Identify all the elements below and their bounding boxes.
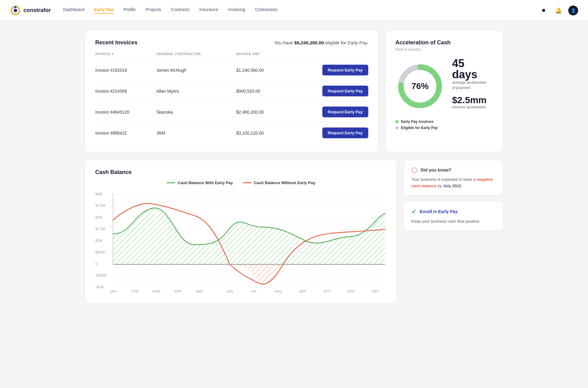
svg-text:JUN: JUN (226, 289, 233, 293)
check-icon: ✔ (411, 208, 417, 215)
nav-link-contracts[interactable]: Contracts (171, 7, 190, 14)
svg-text:$1.5M: $1.5M (95, 227, 105, 231)
logo[interactable]: constrafor (10, 5, 51, 16)
stat-days-desc: average accelerationof payment (452, 80, 493, 91)
svg-text:-$500K: -$500K (95, 273, 107, 277)
invoice-gc: James McHugh (156, 60, 236, 81)
avatar[interactable]: 👤 (568, 6, 578, 15)
invoice-amount: $1,240,560.00 (236, 60, 286, 81)
enroll-card: ✔ Enroll in Early Pay Keep your business… (404, 202, 503, 231)
svg-text:$2M: $2M (95, 215, 102, 219)
chart-area: $3M $2.5M $2M $1.5M $1M $500K 0 -$500K -… (95, 190, 387, 295)
legend-green: Cash Balance With Early Pay (167, 180, 233, 185)
invoice-row-0: Invoice #192019 James McHugh $1,240,560.… (95, 60, 368, 81)
nav-link-projects[interactable]: Projects (145, 7, 161, 14)
legend-early-pay-label: Early Pay Invoices (401, 119, 433, 124)
legend-early-pay: Early Pay Invoices (395, 119, 493, 124)
donut-label: 76% (411, 81, 429, 91)
svg-text:OCT: OCT (323, 289, 330, 293)
did-you-know-text: Your business is expected to have a nega… (411, 176, 495, 189)
side-panel: ◯ Did you know? Your business is expecte… (404, 160, 503, 231)
svg-text:$2.5M: $2.5M (95, 204, 105, 207)
enroll-title: Enroll in Early Pay (420, 209, 458, 214)
chart-legend: Cash Balance With Early Pay Cash Balance… (95, 180, 387, 185)
main-content: Recent Invoices You have $6,240,200.00 e… (71, 21, 517, 313)
invoice-btn-cell: Request Early Pay (286, 60, 368, 81)
notifications-icon[interactable]: 🔔 (553, 6, 563, 15)
logo-text: constrafor (23, 7, 51, 14)
invoice-btn-cell: Request Early Pay (286, 81, 368, 102)
cash-title: Cash Balance (95, 169, 387, 176)
invoice-btn-cell: Request Early Pay (286, 102, 368, 123)
svg-text:NOV: NOV (347, 289, 355, 293)
donut-chart: 76% (395, 62, 445, 111)
svg-text:MAR: MAR (153, 289, 161, 293)
did-you-know-card: ◯ Did you know? Your business is expecte… (404, 160, 503, 196)
legend-eligible: Eligible for Early Pay (395, 126, 493, 130)
messages-icon[interactable]: ■ (539, 6, 549, 15)
svg-text:$1M: $1M (95, 239, 102, 242)
nav-link-insurance[interactable]: Insurance (199, 7, 218, 14)
col-gc: GENERAL CONTRACTOR (156, 52, 236, 60)
nav-link-dashboard[interactable]: Dashboard (63, 7, 84, 14)
svg-point-3 (14, 6, 17, 8)
clock-icon: ◯ (411, 167, 418, 173)
nav-link-invoicing[interactable]: Invoicing (228, 7, 245, 14)
enroll-header: ✔ Enroll in Early Pay (411, 208, 495, 215)
logo-icon (10, 5, 21, 16)
invoice-gc: JRM (156, 123, 236, 143)
legend-green-label: Cash Balance With Early Pay (178, 180, 233, 185)
invoices-card: Recent Invoices You have $6,240,200.00 e… (85, 31, 378, 152)
request-early-pay-btn[interactable]: Request Early Pay (322, 65, 368, 75)
invoice-btn-cell: Request Early Pay (286, 123, 368, 143)
invoice-row-1: Invoice #214568 Allan Myers $900,520.00 … (95, 81, 368, 102)
legend-red-label: Cash Balance Without Early Pay (254, 180, 315, 185)
green-line-sample (167, 182, 175, 183)
stat-amount-desc: invoices accelerated (452, 105, 493, 110)
invoices-title: Recent Invoices (95, 39, 137, 46)
stat-days: 45 days (452, 58, 493, 80)
invoice-num: Invoice #214568 (95, 81, 156, 102)
did-you-know-header: ◯ Did you know? (411, 167, 495, 173)
red-line-sample (243, 182, 251, 183)
eligible-text: You have $6,240,200.00 eligible for Earl… (274, 40, 368, 45)
svg-point-2 (14, 9, 17, 12)
cash-card: Cash Balance Cash Balance With Early Pay… (85, 160, 397, 303)
accel-subtitle: Past 6 months (395, 47, 493, 52)
nav-link-early-pay[interactable]: Early Pay (94, 7, 114, 14)
nav-icons: ■ 🔔 👤 (539, 6, 578, 15)
svg-text:AUG: AUG (274, 289, 282, 293)
svg-text:$500K: $500K (95, 250, 106, 254)
invoices-table: INVOICE # GENERAL CONTRACTOR INVOICE AMT… (95, 52, 368, 143)
request-early-pay-btn[interactable]: Request Early Pay (322, 86, 368, 96)
request-early-pay-btn[interactable]: Request Early Pay (322, 107, 368, 117)
svg-text:JAN: JAN (110, 289, 116, 293)
col-amt: INVOICE AMT (236, 52, 286, 60)
enroll-text: Keep your business cash flow positive. (411, 218, 495, 225)
nav-link-contractors[interactable]: Contractors (255, 7, 277, 14)
accel-stats: 45 days average accelerationof payment $… (452, 58, 493, 115)
request-early-pay-btn[interactable]: Request Early Pay (322, 127, 368, 138)
svg-text:DEC: DEC (372, 289, 379, 293)
stat-amount: $2.5mm (452, 95, 493, 105)
invoice-num: Invoice #886422 (95, 123, 156, 143)
svg-text:MAY: MAY (196, 289, 203, 293)
legend-dot-gray (395, 126, 398, 129)
chart-svg: $3M $2.5M $2M $1.5M $1M $500K 0 -$500K -… (95, 190, 387, 295)
legend-eligible-label: Eligible for Early Pay (401, 126, 438, 130)
top-row: Recent Invoices You have $6,240,200.00 e… (85, 31, 503, 152)
accel-inner: 76% 45 days average accelerationof payme… (395, 58, 493, 115)
accel-title: Acceleration of Cash (395, 39, 493, 46)
invoice-gc: Allan Myers (156, 81, 236, 102)
invoice-gc: Skanska (156, 102, 236, 123)
svg-text:0: 0 (95, 262, 97, 266)
did-you-know-title: Did you know? (421, 168, 451, 172)
nav-link-profile[interactable]: Profile (124, 7, 136, 14)
cash-section: Cash Balance Cash Balance With Early Pay… (85, 160, 503, 303)
legend-red: Cash Balance Without Early Pay (243, 180, 315, 185)
invoice-num: Invoice #192019 (95, 60, 156, 81)
svg-text:$3M: $3M (95, 192, 102, 196)
invoices-header: Recent Invoices You have $6,240,200.00 e… (95, 39, 368, 46)
invoice-num: Invoice #4645120 (95, 102, 156, 123)
invoice-row-3: Invoice #886422 JRM $3,100,120.00 Reques… (95, 123, 368, 143)
